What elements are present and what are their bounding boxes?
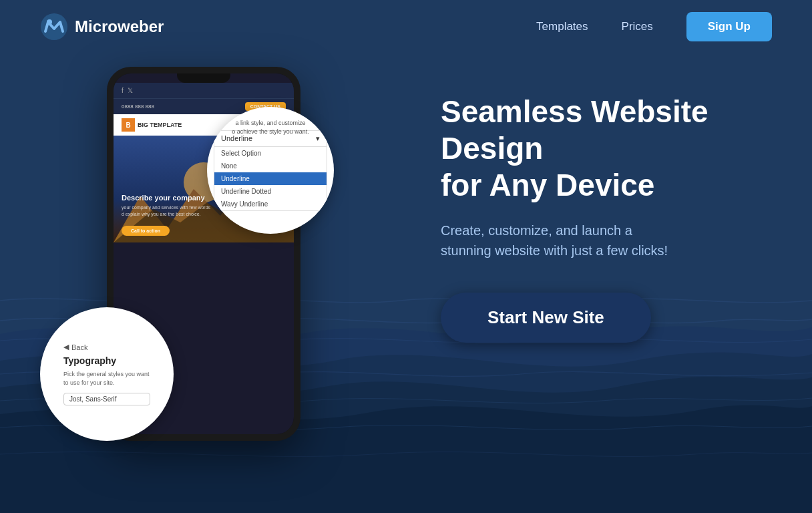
dropdown-item-select-option[interactable]: Select Option: [214, 147, 327, 160]
left-section: f 𝕏 0888 888 888 CONTACT US B BIG TEMPLA…: [40, 67, 414, 481]
dropdown-inner: Underline ▾ Select Option None Underline…: [214, 130, 327, 211]
phone-logo-name: BIG TEMPLATE: [138, 122, 182, 128]
typography-popup: ◀ Back Typography Pick the general style…: [40, 307, 174, 441]
hero-title: Seamless Website Design for Any Device: [441, 94, 772, 204]
dropdown-list: Select Option None Underline Underline D…: [214, 147, 327, 211]
logo-icon: [40, 13, 68, 41]
back-label: Back: [71, 343, 87, 351]
dropdown-item-underline-dotted[interactable]: Underline Dotted: [214, 185, 327, 198]
main-content: f 𝕏 0888 888 888 CONTACT US B BIG TEMPLA…: [0, 53, 812, 481]
hero-subtitle: Create, customize, and launch astunning …: [441, 220, 772, 261]
phone-number: 0888 888 888: [122, 104, 154, 110]
phone-logo-area: B BIG TEMPLATE: [122, 118, 182, 132]
facebook-icon: f: [122, 87, 124, 94]
hero-title-line2: for Any Device: [441, 168, 654, 202]
back-button[interactable]: ◀ Back: [63, 343, 150, 351]
phone-cta-button[interactable]: Call to action: [122, 226, 170, 236]
dropdown-item-none[interactable]: None: [214, 160, 327, 172]
hero-title-line1: Seamless Website Design: [441, 94, 708, 166]
back-arrow-icon: ◀: [63, 343, 69, 351]
phone-top-bar: f 𝕏: [114, 83, 294, 98]
right-section: Seamless Website Design for Any Device C…: [414, 67, 772, 343]
dropdown-popup-text: a link style, and customizeo achieve the…: [220, 119, 321, 136]
twitter-icon: 𝕏: [128, 87, 133, 94]
start-new-site-button[interactable]: Start New Site: [441, 293, 651, 343]
phone-logo-box: B: [122, 118, 135, 132]
signup-button[interactable]: Sign Up: [686, 12, 772, 41]
brand-name: Microweber: [75, 17, 164, 36]
nav-prices[interactable]: Prices: [622, 20, 653, 33]
typography-title: Typography: [63, 355, 150, 366]
header: Microweber Templates Prices Sign Up: [0, 0, 812, 53]
logo-area: Microweber: [40, 13, 164, 41]
nav-templates[interactable]: Templates: [536, 20, 588, 33]
phone-notch: [177, 73, 230, 83]
font-value: Jost, Sans-Serif: [63, 393, 150, 405]
svg-point-1: [41, 13, 67, 40]
svg-point-2: [47, 19, 52, 25]
phone-social-icons: f 𝕏: [122, 87, 133, 94]
dropdown-popup: a link style, and customizeo achieve the…: [207, 107, 334, 234]
typography-description: Pick the general styles you want to use …: [63, 370, 150, 387]
nav-links: Templates Prices Sign Up: [536, 12, 772, 41]
dropdown-item-wavy-underline[interactable]: Wavy Underline: [214, 198, 327, 210]
dropdown-item-underline[interactable]: Underline: [214, 172, 327, 185]
typography-inner: ◀ Back Typography Pick the general style…: [50, 336, 164, 411]
